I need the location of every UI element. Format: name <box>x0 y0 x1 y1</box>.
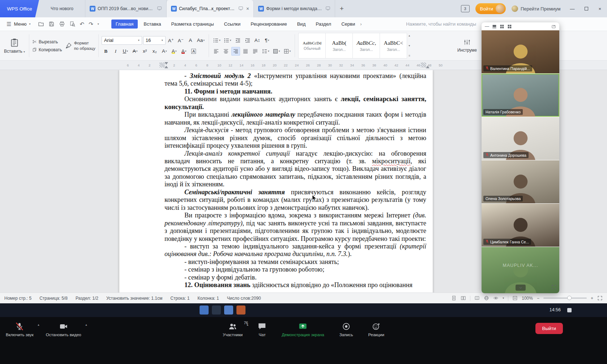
print-preview-button[interactable] <box>69 21 76 27</box>
style-heading-1[interactable]: AaBb( Загол... <box>325 33 353 58</box>
copy-button[interactable]: Копировать <box>32 47 62 52</box>
reactions-button[interactable]: Реакции <box>368 322 384 337</box>
taskbar-app-icon[interactable] <box>200 306 209 315</box>
italic-button[interactable]: I <box>111 47 120 56</box>
style-heading-2[interactable]: AaBbCc, Загол... <box>352 33 380 58</box>
superscript-button[interactable]: x² <box>141 47 149 56</box>
align-justify-button[interactable] <box>241 47 250 56</box>
taskbar-app-icon[interactable] <box>212 306 221 315</box>
status-page-count[interactable]: Страница: 5/8 <box>39 296 68 301</box>
status-page-number[interactable]: Номер стр.: 5 <box>4 296 31 301</box>
redo-options-chevron[interactable]: ▾ <box>98 22 99 26</box>
grow-font-button[interactable]: A⁺ <box>167 36 175 45</box>
participants-button[interactable]: 76 Участники ▴ <box>223 322 243 337</box>
paragraph[interactable]: При викладанні лекційного матеріалу пере… <box>164 111 426 126</box>
wps-office-button[interactable]: WPS Office <box>0 0 39 17</box>
increase-indent-button[interactable] <box>243 36 252 45</box>
record-button[interactable]: Запись <box>339 322 353 337</box>
tools-button[interactable]: Инструме <box>457 33 477 58</box>
print-button[interactable] <box>59 21 65 27</box>
change-case-button[interactable]: Aa▾ <box>196 36 206 45</box>
leave-meeting-button[interactable]: Выйти <box>535 323 563 334</box>
save-button[interactable] <box>48 21 55 27</box>
tab-insert[interactable]: Вставка <box>139 20 165 29</box>
document-page[interactable]: - Змістовий модуль 2 «Інструменти управл… <box>119 70 433 292</box>
strikethrough-button[interactable]: A▾ <box>131 47 140 56</box>
participants-options-chevron[interactable]: ▴ <box>247 323 249 326</box>
text-effects-button[interactable]: A▾ <box>160 47 169 56</box>
chat-button[interactable]: Чат <box>258 322 266 337</box>
font-color-button[interactable]: A▾ <box>180 47 188 56</box>
paragraph[interactable]: - виступ за темою індивідуального завдан… <box>164 243 426 258</box>
left-indent-marker[interactable] <box>164 66 168 68</box>
tab-view[interactable]: Вид <box>293 20 310 29</box>
video-options-chevron[interactable]: ▴ <box>85 323 87 326</box>
unmute-button[interactable]: Включить звук ▴ <box>6 322 34 337</box>
command-search-input[interactable]: Нажмите, чтобы найти команды <box>403 21 476 27</box>
status-line[interactable]: Строка: 1 <box>170 296 189 301</box>
bullets-button[interactable]: ▾ <box>212 36 222 45</box>
undo-button[interactable]: ↶ <box>80 21 85 27</box>
shrink-font-button[interactable]: A⁻ <box>176 36 185 45</box>
popout-icon[interactable] <box>551 24 556 29</box>
status-set-value[interactable]: Установить значение: 1.1см <box>106 296 162 301</box>
paragraph[interactable]: Лекція-аналіз конкретної ситуації нагаду… <box>164 150 426 188</box>
tab-close-icon[interactable]: × <box>246 6 249 12</box>
align-left-button[interactable] <box>212 47 221 56</box>
tab-review[interactable]: Рецензирование <box>246 20 291 29</box>
menu-button[interactable]: ☰ Меню ▾ <box>4 21 34 27</box>
eye-options-chevron[interactable]: ▾ <box>503 296 504 300</box>
numbering-button[interactable]: ▾ <box>223 36 232 45</box>
stop-video-button[interactable]: Остановить видео ▴ <box>46 322 81 337</box>
tab-document-formy[interactable]: WФорми і методи викладання <box>254 0 335 17</box>
subscript-button[interactable]: x₂ <box>150 47 159 56</box>
status-section[interactable]: Раздел: 1/2 <box>76 296 98 301</box>
participant-tile[interactable]: Олена Золотарьова <box>482 160 559 203</box>
speaker-view-icon[interactable] <box>492 24 497 29</box>
format-painter-button[interactable]: Формат по образцу <box>65 40 95 51</box>
styles-more-button[interactable]: ≡ <box>409 54 410 57</box>
print-layout-icon[interactable] <box>451 295 457 301</box>
tab-references[interactable]: Ссылки <box>220 20 245 29</box>
new-tab-button[interactable]: + <box>335 0 348 17</box>
redo-button[interactable]: ↷ <box>89 21 93 27</box>
style-normal[interactable]: AaBbCcDd Обычный <box>298 33 326 58</box>
panel-minimize-icon[interactable]: — <box>485 24 489 29</box>
borders-button[interactable]: ▾ <box>282 47 292 56</box>
paragraph[interactable]: - Змістовий модуль 2 «Інструменти управл… <box>164 72 426 88</box>
zoom-in-button[interactable]: + <box>591 296 593 301</box>
web-view-icon[interactable] <box>484 295 489 301</box>
tab-document-sylabus[interactable]: WСилабус_Пла...к_проектами× <box>167 0 254 17</box>
font-size-select[interactable]: 16 ▾ <box>143 36 166 45</box>
participant-tile[interactable]: Цимбалюк Ганна Се... <box>482 204 559 247</box>
tab-services[interactable]: Серви <box>337 20 359 29</box>
paste-button[interactable]: Вставить ▾ <box>3 33 26 58</box>
premium-button[interactable]: Перейти Премиум <box>512 5 560 12</box>
taskbar-app-icon[interactable] <box>236 306 245 315</box>
eye-protection-icon[interactable] <box>493 295 499 301</box>
share-screen-button[interactable]: Демонстрация экрана <box>282 322 324 337</box>
book-view-icon[interactable] <box>474 295 480 301</box>
align-center-button[interactable] <box>222 47 230 56</box>
audio-options-chevron[interactable]: ▴ <box>38 323 39 326</box>
scroll-participants-button[interactable] <box>516 285 526 291</box>
paragraph[interactable]: - семінар у формі дебатів. <box>164 274 426 281</box>
clear-format-button[interactable]: A <box>186 36 195 45</box>
status-word-count[interactable]: Число слов:2090 <box>227 296 261 301</box>
windows-stack-icon[interactable]: 3 <box>461 5 470 12</box>
taskbar-app-icon[interactable] <box>224 306 233 315</box>
paragraph[interactable]: - семінар з індивідуальною та груповою р… <box>164 266 426 273</box>
paragraph[interactable]: Лекція-дискусія - метод групового обгово… <box>164 126 426 150</box>
paragraph[interactable]: - виступ-інформування за темами семінарс… <box>164 258 426 266</box>
tab-whats-new[interactable]: Что нового <box>39 0 85 17</box>
tab-home[interactable]: Главная <box>111 20 138 29</box>
taskbar-clock[interactable]: 14:56 <box>550 307 561 312</box>
paragraph[interactable]: Семінарські/практичні заняття присвячуют… <box>164 188 426 212</box>
tray-icon[interactable] <box>567 308 572 312</box>
participant-tile[interactable]: Валентина Парандій... <box>482 30 559 73</box>
tab-document-opp[interactable]: WОПП 2019 бак...во_новий (1) <box>85 0 167 17</box>
underline-button[interactable]: U▾ <box>121 47 130 56</box>
font-name-select[interactable]: Arial ▾ <box>102 36 142 45</box>
open-button[interactable] <box>38 21 44 27</box>
multi-page-view-icon[interactable] <box>461 295 466 301</box>
